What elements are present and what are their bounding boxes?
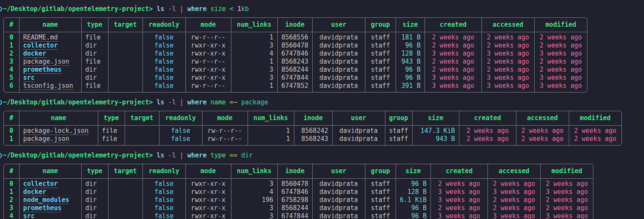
cell-accessed: 3 weeks ago xyxy=(487,212,540,219)
table-header-row: #nametypetargetreadonlymodenum_linksinod… xyxy=(4,111,621,126)
cell-num_links: 1 xyxy=(248,135,294,145)
cell-index: 2 xyxy=(4,50,19,58)
table-header-cell-size: size xyxy=(396,164,430,179)
cell-accessed: 2 weeks ago xyxy=(482,58,534,66)
cell-readonly: false xyxy=(142,66,185,74)
cell-size: 96 B xyxy=(396,179,430,188)
table-header-cell-readonly: readonly xyxy=(159,111,202,126)
cell-name: src xyxy=(19,212,81,219)
cell-type: file xyxy=(81,32,108,42)
cell-accessed: 3 weeks ago xyxy=(482,82,534,92)
cell-modified: 2 weeks ago xyxy=(534,32,587,42)
command-line-2: ❯~/Desktop/gitlab/opentelemetry-project>… xyxy=(3,98,644,107)
cell-modified: 2 weeks ago xyxy=(534,58,587,66)
cell-inode: 6758298 xyxy=(277,196,312,204)
cell-inode: 8568242 xyxy=(294,126,332,135)
cell-type: dir xyxy=(81,204,108,212)
cell-user: davidprata xyxy=(312,179,365,188)
cell-modified: 3 weeks ago xyxy=(534,50,587,58)
cell-type: dir xyxy=(81,179,108,188)
table-header-cell-readonly: readonly xyxy=(142,164,185,179)
table-header-cell-name: name xyxy=(19,18,81,32)
command-segment-keyword: where xyxy=(183,152,206,159)
cell-name: prometheus xyxy=(19,204,81,212)
dir-name: collector xyxy=(23,42,58,50)
cell-target xyxy=(125,126,159,135)
table-header-cell-user: user xyxy=(312,164,365,179)
cell-type: dir xyxy=(81,212,108,219)
table-row: 0package-lock.jsonfilefalserw-r--r--1856… xyxy=(4,126,621,135)
cell-readonly: false xyxy=(142,82,185,92)
table-header-cell-modified: modified xyxy=(569,111,621,126)
command-segment-op2: == xyxy=(226,152,237,159)
cell-modified: 2 weeks ago xyxy=(540,196,593,204)
cell-size: 6.1 KiB xyxy=(396,196,430,204)
cell-name: package.json xyxy=(19,58,81,66)
dir-name: node_modules xyxy=(23,196,69,204)
cell-name: collector xyxy=(19,179,81,188)
table-row: 2node_modulesdirfalserwxr-xr-x1966758298… xyxy=(4,196,593,204)
table-header-cell-readonly: readonly xyxy=(142,18,185,32)
table-header-cell-created: created xyxy=(425,18,482,32)
table-header-cell-name: name xyxy=(19,111,98,126)
table-header-row: #nametypetargetreadonlymodenum_linksinod… xyxy=(4,164,593,179)
cell-size: 96 B xyxy=(396,74,425,82)
cell-readonly: false xyxy=(142,179,185,188)
cell-size: 96 B xyxy=(396,212,430,219)
command-segment-pipe: | xyxy=(176,98,183,106)
command-segment-pipe: | xyxy=(176,5,183,13)
table-row: 5srcdirfalserwxr-xr-x36747844davidpratas… xyxy=(4,74,587,82)
cell-type: file xyxy=(98,126,125,135)
cell-modified: 3 weeks ago xyxy=(534,74,587,82)
table-row: 1collectordirfalserwxr-xr-x38560478david… xyxy=(4,42,587,50)
table-row: 4prometheusdirfalserwxr-xr-x38568244davi… xyxy=(4,66,587,74)
cell-name: package-lock.json xyxy=(19,126,98,135)
cell-size: 943 B xyxy=(396,58,425,66)
cell-index: 6 xyxy=(4,82,19,92)
cell-size: 943 B xyxy=(412,135,459,145)
cell-num_links: 1 xyxy=(248,126,294,135)
cell-target xyxy=(108,74,142,82)
cell-readonly: false xyxy=(142,204,185,212)
cell-size: 181 B xyxy=(396,32,425,42)
cell-readonly: false xyxy=(142,74,185,82)
dir-name: docker xyxy=(23,188,46,196)
cell-mode: rwxr-xr-x xyxy=(185,188,231,196)
cell-created: 3 weeks ago xyxy=(425,82,482,92)
table-header-cell-user: user xyxy=(312,18,365,32)
table-header-cell-group: group xyxy=(385,111,412,126)
cell-name: collector xyxy=(19,42,81,50)
cell-inode: 6747846 xyxy=(277,50,312,58)
table-row: 1package.jsonfilefalserw-r--r--18568243d… xyxy=(4,135,621,145)
cell-readonly: false xyxy=(142,32,185,42)
cell-index: 0 xyxy=(4,179,19,188)
cell-modified: 2 weeks ago xyxy=(534,42,587,50)
table-header-cell-inode: inode xyxy=(294,111,332,126)
table-header-cell-group: group xyxy=(365,164,396,179)
cell-user: davidprata xyxy=(312,58,365,66)
cell-inode: 6747846 xyxy=(277,188,312,196)
cell-mode: rw-r--r-- xyxy=(202,135,248,145)
cell-type: dir xyxy=(81,188,108,196)
dir-name: prometheus xyxy=(23,204,62,212)
cell-mode: rwxr-xr-x xyxy=(185,42,231,50)
command-segment-field: size xyxy=(207,5,226,13)
cell-created: 2 weeks ago xyxy=(459,135,516,145)
cell-inode: 6747844 xyxy=(277,74,312,82)
cell-created: 2 weeks ago xyxy=(430,179,487,188)
cell-created: 2 weeks ago xyxy=(430,204,487,212)
table-row: 3prometheusdirfalserwxr-xr-x38568244davi… xyxy=(4,204,593,212)
table-header-cell-modified: modified xyxy=(534,18,587,32)
cell-index: 5 xyxy=(4,74,19,82)
cell-accessed: 2 weeks ago xyxy=(487,204,540,212)
cell-accessed: 2 weeks ago xyxy=(482,66,534,74)
cell-name: node_modules xyxy=(19,196,81,204)
cell-created: 2 weeks ago xyxy=(425,42,482,50)
cell-type: file xyxy=(81,82,108,92)
cell-num_links: 196 xyxy=(231,196,277,204)
cell-inode: 6747844 xyxy=(277,212,312,219)
cell-num_links: 3 xyxy=(231,212,277,219)
cell-target xyxy=(108,196,142,204)
cell-mode: rwxr-xr-x xyxy=(185,204,231,212)
cell-readonly: false xyxy=(142,188,185,196)
